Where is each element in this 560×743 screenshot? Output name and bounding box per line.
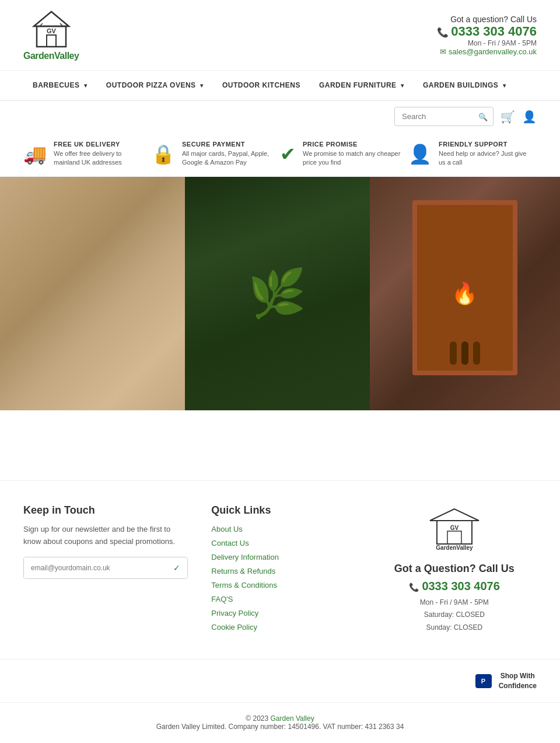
feature-payment-title: SECURE PAYMENT bbox=[182, 141, 274, 148]
copyright-company-link[interactable]: Garden Valley bbox=[271, 714, 314, 723]
nav-item-pizza-ovens[interactable]: OUTDOOR PIZZA OVENS ▾ bbox=[97, 71, 213, 100]
contact-area: Got a question? Call Us 0333 303 4076 Mo… bbox=[437, 15, 537, 56]
footer-content: Keep in Touch Sign up for our newsletter… bbox=[0, 480, 560, 659]
svg-text:GV: GV bbox=[450, 525, 459, 531]
header: GV GardenValley Got a question? Call Us … bbox=[0, 0, 560, 71]
support-icon: 👤 bbox=[408, 143, 432, 165]
newsletter-form: ✓ bbox=[23, 557, 188, 579]
newsletter-description: Sign up for our newsletter and be the fi… bbox=[23, 524, 188, 548]
bottom-bar: P Shop WithConfidence bbox=[0, 659, 560, 703]
delivery-icon: 🚚 bbox=[23, 143, 47, 165]
svg-text:GardenValley: GardenValley bbox=[436, 545, 473, 551]
nav-link-pizza-ovens[interactable]: OUTDOOR PIZZA OVENS ▾ bbox=[97, 71, 213, 100]
features-bar: 🚚 FREE UK DELIVERY We offer free deliver… bbox=[0, 132, 560, 177]
feature-delivery-title: FREE UK DELIVERY bbox=[54, 141, 146, 148]
nav-link-buildings[interactable]: GARDEN BUILDINGS ▾ bbox=[414, 71, 516, 100]
wood-pile bbox=[450, 341, 480, 365]
link-privacy[interactable]: Privacy Policy bbox=[211, 609, 258, 618]
link-faq[interactable]: FAQ'S bbox=[211, 595, 233, 604]
svg-marker-7 bbox=[430, 509, 479, 521]
hero-right-panel: 🔥 bbox=[370, 177, 560, 410]
newsletter-email-input[interactable] bbox=[24, 557, 166, 578]
footer-hours-weekday: Mon - Fri / 9AM - 5PM bbox=[372, 597, 537, 609]
feature-support-desc: Need help or advice? Just give us a call bbox=[439, 149, 531, 168]
copyright-legal: Garden Valley Limited. Company number: 1… bbox=[12, 723, 548, 731]
list-item: Delivery Information bbox=[211, 552, 348, 562]
navbar: BARBECUES ▾ OUTDOOR PIZZA OVENS ▾ OUTDOO… bbox=[0, 71, 560, 101]
copyright-year: © 2023 bbox=[246, 714, 268, 723]
feature-delivery: 🚚 FREE UK DELIVERY We offer free deliver… bbox=[23, 141, 152, 168]
feature-price: ✔ PRICE PROMISE We promise to match any … bbox=[280, 141, 408, 168]
nav-list: BARBECUES ▾ OUTDOOR PIZZA OVENS ▾ OUTDOO… bbox=[23, 71, 516, 100]
fire-icon: 🔥 bbox=[452, 281, 478, 306]
newsletter-submit-button[interactable]: ✓ bbox=[166, 557, 187, 578]
list-item: Cookie Policy bbox=[211, 622, 348, 632]
contact-question: Got a question? Call Us bbox=[437, 15, 537, 24]
footer-phone[interactable]: 📞 0333 303 4076 bbox=[372, 580, 537, 593]
cart-icon[interactable]: 🛒 bbox=[501, 110, 515, 124]
link-delivery-info[interactable]: Delivery Information bbox=[211, 553, 279, 561]
quick-links-heading: Quick Links bbox=[211, 504, 348, 517]
contact-hours: Mon - Fri / 9AM - 5PM bbox=[437, 39, 537, 47]
footer-contact-heading: Got a Question? Call Us bbox=[372, 563, 537, 575]
search-icon: 🔍 bbox=[478, 112, 488, 121]
footer-contact-section: GV GardenValley Got a Question? Call Us … bbox=[372, 504, 537, 636]
nav-item-buildings[interactable]: GARDEN BUILDINGS ▾ bbox=[414, 71, 516, 100]
feature-price-text: PRICE PROMISE We promise to match any ch… bbox=[303, 141, 402, 168]
chevron-down-icon: ▾ bbox=[200, 82, 204, 89]
nav-link-kitchens[interactable]: OUTDOOR KITCHENS bbox=[213, 71, 310, 100]
logo-area[interactable]: GV GardenValley bbox=[23, 9, 79, 61]
logo-icon: GV bbox=[31, 9, 72, 50]
link-returns[interactable]: Returns & Refunds bbox=[211, 567, 275, 575]
feature-support-text: FRIENDLY SUPPORT Need help or advice? Ju… bbox=[439, 141, 531, 168]
paypal-badge: P bbox=[475, 674, 492, 688]
content-spacer bbox=[0, 410, 560, 480]
newsletter-heading: Keep in Touch bbox=[23, 504, 188, 517]
link-about-us[interactable]: About Us bbox=[211, 525, 242, 533]
list-item: Terms & Conditions bbox=[211, 580, 348, 590]
quick-links-section: Quick Links About Us Contact Us Delivery… bbox=[211, 504, 348, 636]
link-cookie[interactable]: Cookie Policy bbox=[211, 623, 257, 632]
hero-section: 🌿 🔥 bbox=[0, 177, 560, 410]
chevron-down-icon: ▾ bbox=[84, 82, 88, 89]
fireplace: 🔥 bbox=[412, 200, 517, 375]
list-item: FAQ'S bbox=[211, 594, 348, 604]
svg-rect-8 bbox=[447, 531, 461, 544]
nav-link-barbecues[interactable]: BARBECUES ▾ bbox=[23, 71, 97, 100]
list-item: Returns & Refunds bbox=[211, 566, 348, 576]
contact-phone[interactable]: 0333 303 4076 bbox=[437, 24, 537, 39]
newsletter-section: Keep in Touch Sign up for our newsletter… bbox=[23, 504, 188, 636]
chevron-down-icon: ▾ bbox=[401, 82, 404, 89]
feature-support-title: FRIENDLY SUPPORT bbox=[439, 141, 531, 148]
copyright-bar: © 2023 Garden Valley Garden Valley Limit… bbox=[0, 702, 560, 742]
feature-delivery-text: FREE UK DELIVERY We offer free delivery … bbox=[54, 141, 146, 168]
logo-text: GardenValley bbox=[23, 51, 79, 61]
link-contact-us[interactable]: Contact Us bbox=[211, 539, 249, 547]
feature-price-desc: We promise to match any cheaper price yo… bbox=[303, 149, 402, 168]
nav-item-kitchens[interactable]: OUTDOOR KITCHENS bbox=[213, 71, 310, 100]
shop-confidence-label: Shop WithConfidence bbox=[499, 671, 537, 691]
svg-text:GV: GV bbox=[47, 27, 57, 34]
footer-hours-sunday: Sunday: CLOSED bbox=[372, 622, 537, 634]
chevron-down-icon: ▾ bbox=[503, 82, 506, 89]
list-item: About Us bbox=[211, 524, 348, 534]
nav-item-barbecues[interactable]: BARBECUES ▾ bbox=[23, 71, 97, 100]
list-item: Contact Us bbox=[211, 538, 348, 548]
feature-delivery-desc: We offer free delivery to mainland UK ad… bbox=[54, 149, 146, 168]
nav-item-furniture[interactable]: GARDEN FURNITURE ▾ bbox=[310, 71, 414, 100]
link-terms[interactable]: Terms & Conditions bbox=[211, 581, 277, 589]
footer-hours-saturday: Saturday: CLOSED bbox=[372, 609, 537, 622]
account-icon[interactable]: 👤 bbox=[522, 110, 537, 124]
copyright-text: © 2023 Garden Valley bbox=[12, 714, 548, 723]
footer-logo: GV GardenValley bbox=[372, 504, 537, 553]
nav-link-furniture[interactable]: GARDEN FURNITURE ▾ bbox=[310, 71, 414, 100]
svg-marker-1 bbox=[34, 12, 69, 26]
svg-rect-2 bbox=[47, 35, 56, 47]
quick-links-list: About Us Contact Us Delivery Information… bbox=[211, 524, 348, 632]
hero-left-panel bbox=[0, 177, 185, 410]
contact-email[interactable]: sales@gardenvalley.co.uk bbox=[437, 47, 537, 56]
svg-rect-6 bbox=[437, 521, 472, 544]
footer-logo-icon: GV GardenValley bbox=[414, 504, 495, 551]
search-wrapper: 🔍 bbox=[394, 107, 494, 126]
feature-support: 👤 FRIENDLY SUPPORT Need help or advice? … bbox=[408, 141, 537, 168]
